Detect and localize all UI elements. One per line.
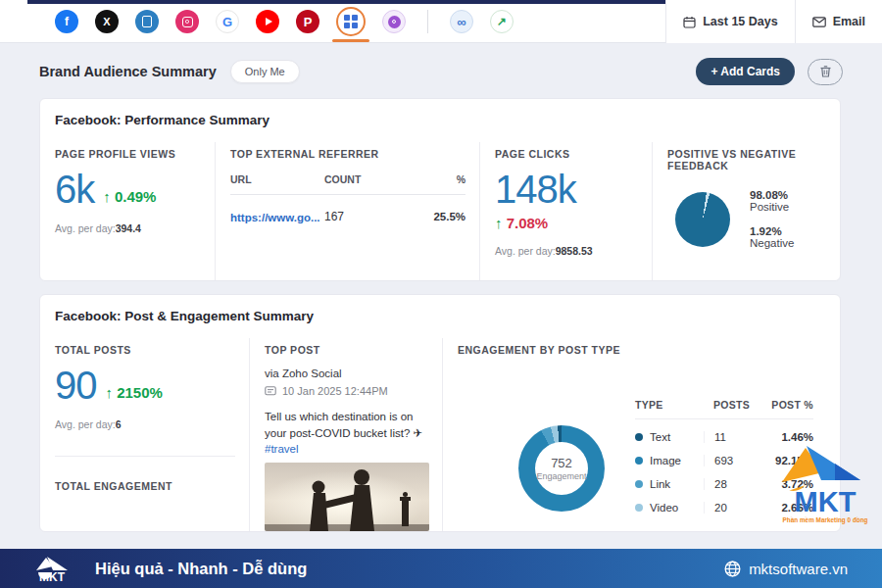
header-actions: + Add Cards	[696, 58, 843, 85]
feedback-section: POSITIVE VS NEGATIVE FEEDBACK 98.08% Pos…	[652, 142, 840, 280]
referrer-count: 167	[324, 210, 375, 223]
email-label: Email	[833, 15, 865, 28]
card2-title: Facebook: Post & Engagement Summary	[55, 309, 314, 323]
google-icon[interactable]: G	[216, 10, 239, 33]
negative-legend: 1.92% Negative	[750, 225, 826, 249]
play-glyph	[266, 18, 272, 25]
visibility-pill[interactable]: Only Me	[230, 60, 300, 83]
grid-glyph	[344, 15, 358, 28]
donut-caption: Engagement	[536, 471, 586, 481]
total-posts-average: Avg. per day:6	[55, 418, 235, 430]
delete-button[interactable]	[808, 59, 843, 85]
referrer-url-link[interactable]: https://www.go...	[230, 212, 320, 223]
donut-value: 752	[551, 456, 572, 470]
performance-summary-card: Facebook: Performance Summary PAGE PROFI…	[39, 98, 841, 281]
up-arrow-icon: ↑	[495, 215, 503, 231]
trash-icon	[820, 66, 831, 77]
total-posts-section: TOTAL POSTS 90 ↑ 2150% Avg. per day:6 TO…	[40, 338, 249, 531]
instagram-glyph	[182, 17, 193, 27]
col-pct: %	[426, 173, 466, 185]
col-count: COUNT	[324, 173, 375, 185]
clicks-label: PAGE CLICKS	[495, 148, 638, 160]
feedback-pie-chart	[675, 192, 730, 247]
clicks-delta: ↑ 7.08%	[495, 215, 548, 235]
ppv-delta: ↑ 0.49%	[103, 188, 156, 209]
clicks-value: 148k	[495, 170, 576, 209]
post-engagement-card: Facebook: Post & Engagement Summary TOTA…	[39, 294, 841, 532]
feedback-label: POSITIVE VS NEGATIVE FEEDBACK	[667, 148, 826, 172]
x-twitter-icon[interactable]: X	[95, 10, 119, 33]
pinterest-icon[interactable]: P	[296, 10, 319, 33]
up-arrow-icon: ↑	[106, 384, 114, 401]
mkt-footer-logo: MKT	[34, 553, 77, 584]
post-photo[interactable]	[265, 463, 429, 531]
footer-site[interactable]: mktsoftware.vn	[724, 561, 848, 577]
referrer-pct: 25.5%	[426, 211, 466, 222]
facebook-icon[interactable]: f	[55, 10, 78, 33]
post-date-row: 10 Jan 2025 12:44PM	[265, 385, 428, 397]
page-profile-views-section: PAGE PROFILE VIEWS 6k ↑ 0.49% Avg. per d…	[40, 142, 215, 280]
top-post-label: TOP POST	[265, 344, 428, 356]
toolbar-divider	[427, 10, 428, 33]
selected-underline	[332, 39, 369, 42]
post-via: via Zoho Social	[265, 368, 428, 379]
top-post-section: TOP POST via Zoho Social 10 Jan 2025 12:…	[249, 338, 442, 531]
link-dot	[635, 480, 643, 488]
referrer-label: TOP EXTERNAL REFERRER	[230, 148, 466, 160]
footer-bar: MKT Hiệu quả - Nhanh - Dễ dùng mktsoftwa…	[0, 549, 882, 588]
storefront-icon[interactable]	[135, 10, 159, 33]
apps-grid-icon-selected[interactable]	[336, 7, 366, 36]
network-icons-row: f X G P ∞ ↗	[55, 0, 514, 43]
section-divider	[55, 456, 235, 457]
col-url: URL	[230, 173, 324, 185]
instagram-icon[interactable]	[175, 10, 199, 33]
card1-title: Facebook: Performance Summary	[55, 113, 270, 127]
growth-icon[interactable]: ↗	[490, 10, 514, 33]
mkt-watermark-logo: MKT Phần mềm Marketing 0 đồng	[776, 431, 874, 529]
watermark-caption: Phần mềm Marketing 0 đồng	[783, 515, 868, 524]
col-post-pct: POST %	[755, 399, 813, 411]
envelope-icon	[812, 17, 826, 27]
top-external-referrer-section: TOP EXTERNAL REFERRER URL COUNT % https:…	[215, 142, 479, 280]
referrer-table: URL COUNT % https://www.go... 167 25.5%	[230, 173, 466, 225]
engagement-label: ENGAGEMENT BY POST TYPE	[458, 344, 826, 356]
col-posts: POSTS	[704, 399, 755, 411]
ppv-label: PAGE PROFILE VIEWS	[55, 148, 201, 160]
total-engagement-label: TOTAL ENGAGEMENT	[55, 480, 235, 492]
col-type: TYPE	[635, 399, 704, 411]
ppv-value: 6k	[55, 170, 94, 209]
total-posts-delta: ↑ 2150%	[106, 384, 163, 405]
purple-app-icon[interactable]	[382, 10, 406, 33]
dashboard-root: f X G P ∞ ↗ Last 15 Days Email	[0, 0, 882, 588]
clicks-average: Avg. per day:9858.53	[495, 245, 638, 257]
page-title: Brand Audience Summary	[39, 64, 217, 79]
engagement-table-header: TYPE POSTS POST %	[635, 399, 813, 419]
youtube-icon[interactable]	[256, 10, 279, 33]
globe-icon	[724, 561, 741, 577]
email-button[interactable]: Email	[795, 0, 882, 43]
date-range-label: Last 15 Days	[703, 15, 777, 28]
positive-legend: 98.08% Positive	[750, 189, 826, 213]
page-header: Brand Audience Summary Only Me + Add Car…	[39, 57, 843, 86]
link-rings-icon[interactable]: ∞	[450, 10, 473, 33]
image-dot	[635, 457, 643, 465]
add-cards-button[interactable]: + Add Cards	[696, 58, 795, 85]
top-accent-strip	[27, 0, 698, 4]
watermark-brand: MKT	[795, 486, 857, 517]
footer-tagline: Hiệu quả - Nhanh - Dễ dùng	[95, 560, 307, 578]
feedback-legend: 98.08% Positive 1.92% Negative	[750, 189, 826, 249]
total-posts-label: TOTAL POSTS	[55, 344, 235, 356]
footer-brand: MKT	[39, 570, 66, 584]
post-note-icon	[265, 386, 276, 397]
donut-center: 752 Engagement	[535, 442, 588, 495]
post-text: Tell us which destination is on your pos…	[265, 409, 428, 441]
referrer-row: https://www.go... 167 25.5%	[230, 208, 466, 225]
post-date: 10 Jan 2025 12:44PM	[282, 385, 388, 397]
date-range-button[interactable]: Last 15 Days	[665, 0, 794, 43]
toolbar-right: Last 15 Days Email	[665, 0, 882, 43]
ppv-average: Avg. per day:394.4	[55, 222, 201, 234]
referrer-table-header: URL COUNT %	[230, 173, 466, 195]
post-hashtag-link[interactable]: #travel	[265, 443, 428, 455]
footer-site-text: mktsoftware.vn	[749, 561, 848, 577]
total-posts-value: 90	[55, 366, 97, 405]
